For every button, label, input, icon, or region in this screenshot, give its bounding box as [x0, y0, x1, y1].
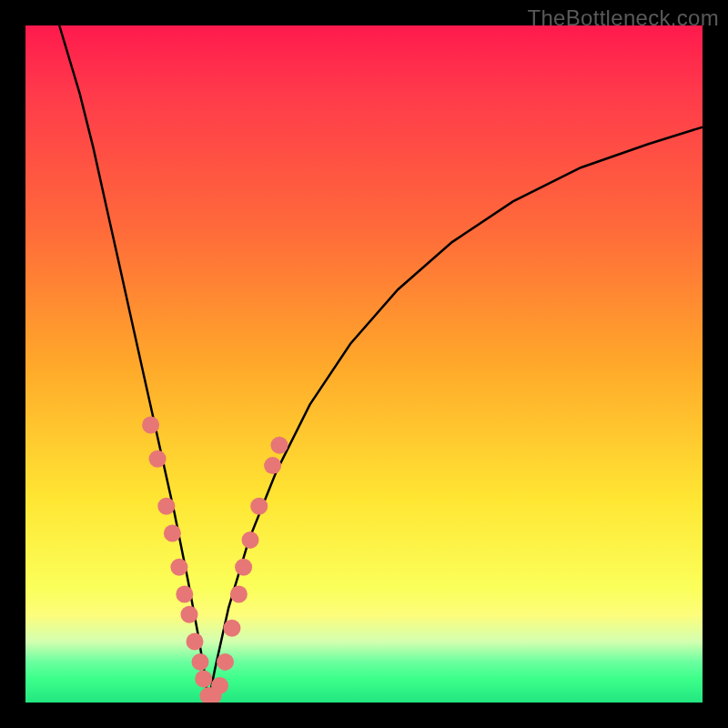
right-curve-line — [208, 127, 703, 703]
data-marker — [187, 633, 204, 651]
chart-svg — [25, 25, 703, 703]
data-marker — [217, 653, 234, 671]
watermark-text: TheBottleneck.com — [527, 5, 719, 31]
data-markers — [142, 417, 288, 703]
data-marker — [211, 677, 228, 694]
data-marker — [242, 531, 259, 549]
data-marker — [250, 498, 268, 515]
data-marker — [142, 417, 159, 434]
data-marker — [235, 559, 252, 576]
data-marker — [223, 620, 240, 637]
data-marker — [170, 559, 187, 576]
data-marker — [176, 586, 193, 603]
data-marker — [271, 437, 288, 454]
data-marker — [195, 671, 212, 688]
data-marker — [192, 653, 209, 671]
chart-area — [25, 25, 703, 703]
data-marker — [149, 450, 167, 468]
data-marker — [230, 586, 248, 603]
data-marker — [164, 525, 181, 542]
data-marker — [264, 457, 281, 474]
data-marker — [157, 498, 175, 515]
data-marker — [181, 606, 198, 623]
